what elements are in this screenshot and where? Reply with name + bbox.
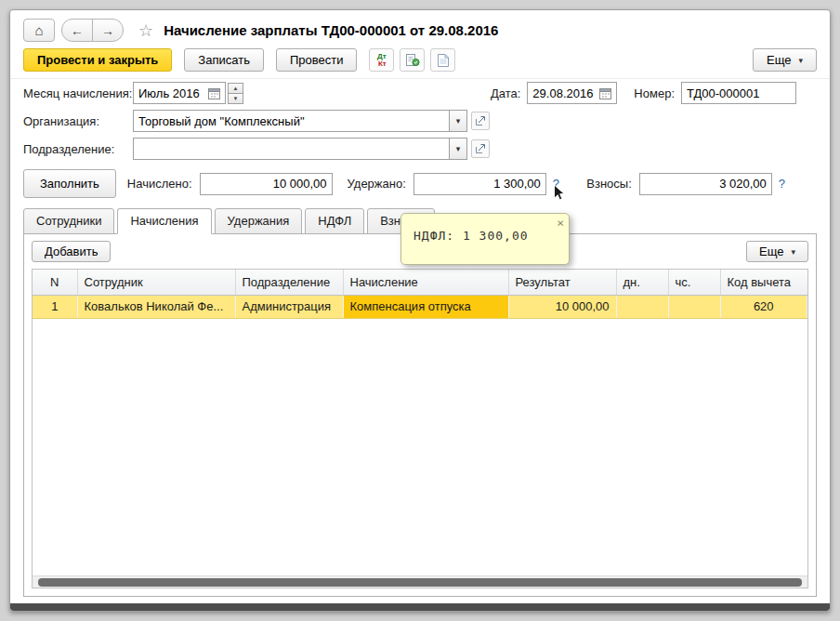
accruals-panel: Добавить Еще ▾ N Сотрудник Подразделение [23, 233, 817, 597]
tab-deductions[interactable]: Удержания [215, 208, 303, 234]
favorite-star-icon[interactable]: ☆ [138, 20, 153, 41]
dtkt-icon: Дт Кт [377, 53, 387, 68]
forward-arrow-icon: → [101, 23, 114, 38]
post-and-close-button[interactable]: Провести и закрыть [23, 48, 172, 72]
page-title: Начисление зарплаты ТД00-000001 от 29.08… [164, 22, 498, 38]
totals-row: Заполнить Начислено: 10 000,00 Удержано:… [10, 163, 830, 206]
department-label: Подразделение: [23, 142, 133, 156]
column-header-n[interactable]: N [33, 270, 77, 295]
spin-down-button[interactable]: ▼ [228, 93, 243, 104]
cell-department[interactable]: Администрация [235, 295, 343, 318]
organization-dropdown-button[interactable]: ▾ [449, 111, 466, 131]
scrollbar-thumb[interactable] [38, 578, 802, 587]
toolbar-icon-group: Дт Кт [369, 48, 455, 72]
toolbar: Провести и закрыть Записать Провести Дт … [10, 47, 830, 79]
accruals-table: N Сотрудник Подразделение Начисление Рез… [33, 270, 807, 319]
open-link-icon [475, 115, 486, 126]
window-bottom-edge [10, 603, 830, 611]
related-documents-icon [405, 53, 420, 67]
withheld-input[interactable]: 1 300,00 [413, 173, 546, 195]
tab-ndfl[interactable]: НДФЛ [305, 208, 364, 234]
back-arrow-icon: ← [71, 23, 84, 38]
organization-label: Организация: [23, 114, 133, 128]
date-label: Дата: [491, 86, 520, 100]
open-link-icon [475, 143, 486, 154]
department-dropdown-button[interactable]: ▾ [449, 139, 466, 159]
toolbar-more-button[interactable]: Еще ▾ [753, 48, 817, 72]
ndfl-tooltip: НДФЛ: 1 300,00 × [400, 213, 570, 265]
accrued-input[interactable]: 10 000,00 [200, 173, 333, 195]
withheld-label: Удержано: [348, 177, 406, 191]
department-open-button[interactable] [471, 139, 490, 158]
post-button[interactable]: Провести [276, 48, 358, 72]
chevron-down-icon: ▾ [798, 56, 803, 65]
department-row: Подразделение: ▾ [10, 135, 830, 163]
history-nav: ← → [61, 19, 124, 42]
related-documents-button[interactable] [400, 48, 425, 72]
tab-employees[interactable]: Сотрудники [23, 208, 114, 234]
column-header-hours[interactable]: чс. [668, 270, 720, 295]
withheld-help-link[interactable]: ? [553, 177, 559, 191]
accrued-label: Начислено: [127, 177, 192, 191]
table-header-row: N Сотрудник Подразделение Начисление Рез… [33, 270, 807, 295]
create-based-on-button[interactable] [430, 48, 455, 72]
accruals-grid: N Сотрудник Подразделение Начисление Рез… [32, 269, 808, 588]
month-spinner: ▲ ▼ [228, 83, 243, 104]
month-input[interactable]: Июль 2016 [133, 82, 226, 104]
cell-hours[interactable] [668, 295, 720, 318]
cell-code[interactable]: 620 [720, 295, 807, 318]
department-input[interactable]: ▾ [133, 138, 467, 160]
add-row-button[interactable]: Добавить [32, 241, 111, 262]
show-postings-button[interactable]: Дт Кт [369, 48, 394, 72]
cell-result[interactable]: 10 000,00 [508, 295, 616, 318]
chevron-down-icon: ▾ [456, 144, 461, 153]
tooltip-text: НДФЛ: 1 300,00 [413, 229, 529, 243]
month-row: Месяц начисления: Июль 2016 ▲ ▼ Дата: 29… [10, 79, 830, 107]
titlebar: ⌂ ← → ☆ Начисление зарплаты ТД00-000001 … [10, 10, 830, 47]
cell-accrual[interactable]: Компенсация отпуска [343, 295, 508, 318]
number-label: Номер: [634, 86, 675, 100]
organization-input[interactable]: Торговый дом "Комплексный" ▾ [133, 110, 467, 132]
number-input[interactable]: ТД00-000001 [681, 82, 796, 104]
back-button[interactable]: ← [61, 19, 93, 42]
grid-empty-area [33, 319, 807, 576]
write-button[interactable]: Записать [184, 48, 264, 72]
cell-employee[interactable]: Ковальков Николай Фе... [77, 295, 235, 318]
date-input[interactable]: 29.08.2016 [527, 82, 617, 104]
table-row[interactable]: 1 Ковальков Николай Фе... Администрация … [33, 295, 807, 318]
fill-button[interactable]: Заполнить [23, 169, 116, 198]
horizontal-scrollbar[interactable] [33, 575, 807, 588]
column-header-employee[interactable]: Сотрудник [77, 270, 235, 295]
document-icon [437, 53, 450, 68]
calendar-icon [599, 87, 611, 99]
home-icon: ⌂ [34, 22, 43, 38]
tooltip-close-button[interactable]: × [557, 216, 564, 230]
column-header-department[interactable]: Подразделение [235, 270, 343, 295]
organization-row: Организация: Торговый дом "Комплексный" … [10, 107, 830, 135]
cell-days[interactable] [616, 295, 668, 318]
contributions-input[interactable]: 3 020,00 [639, 173, 772, 195]
tab-accruals[interactable]: Начисления [117, 208, 211, 234]
cell-n[interactable]: 1 [33, 295, 77, 318]
column-header-accrual[interactable]: Начисление [343, 270, 508, 295]
date-number-group: Дата: 29.08.2016 Номер: ТД00-000001 [491, 82, 817, 104]
organization-open-button[interactable] [471, 112, 490, 130]
forward-button[interactable]: → [92, 19, 124, 42]
column-header-result[interactable]: Результат [508, 270, 616, 295]
chevron-down-icon: ▾ [456, 116, 461, 126]
calendar-icon [208, 87, 220, 99]
month-label: Месяц начисления: [23, 86, 133, 100]
column-header-days[interactable]: дн. [616, 270, 668, 295]
column-header-code[interactable]: Код вычета [720, 270, 807, 295]
contributions-help-link[interactable]: ? [779, 177, 785, 191]
app-window: ⌂ ← → ☆ Начисление зарплаты ТД00-000001 … [9, 9, 831, 612]
home-button[interactable]: ⌂ [23, 19, 55, 42]
chevron-down-icon: ▾ [791, 247, 795, 257]
grid-more-button[interactable]: Еще ▾ [746, 241, 808, 262]
contributions-label: Взносы: [586, 177, 632, 191]
